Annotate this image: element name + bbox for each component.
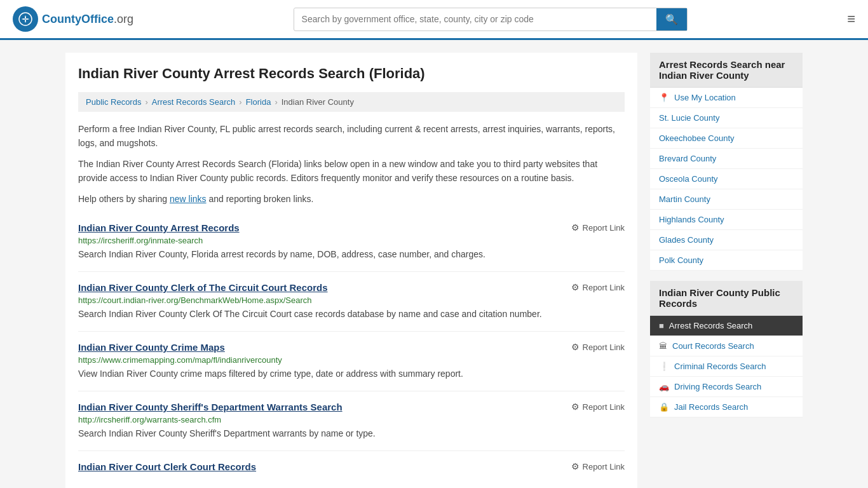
nearby-county-2[interactable]: Brevard County: [650, 149, 803, 169]
jail-records-icon: 🔒: [659, 402, 669, 412]
report-link-4[interactable]: ⚙ Report Link: [571, 402, 625, 412]
main-container: Indian River County Arrest Records Searc…: [53, 40, 815, 488]
report-icon-4: ⚙: [571, 402, 580, 412]
breadcrumb-current: Indian River County: [281, 97, 354, 107]
report-icon-3: ⚙: [571, 342, 580, 352]
nearby-box: Arrest Records Search near Indian River …: [650, 53, 803, 271]
record-title-2[interactable]: Indian River County Clerk of The Circuit…: [78, 282, 328, 293]
record-entry-5: Indian River Court Clerk Court Records ⚙…: [78, 451, 625, 485]
record-title-5[interactable]: Indian River Court Clerk Court Records: [78, 461, 256, 472]
record-url-3[interactable]: https://www.crimemapping.com/map/fl/indi…: [78, 355, 625, 365]
nearby-county-0[interactable]: St. Lucie County: [650, 108, 803, 128]
description-2: The Indian River County Arrest Records S…: [78, 157, 625, 186]
report-icon-5: ⚙: [571, 461, 580, 471]
header: CountyOffice.org 🔍 ≡: [0, 0, 868, 40]
record-title-1[interactable]: Indian River County Arrest Records: [78, 222, 240, 233]
use-my-location-item[interactable]: 📍 Use My Location: [650, 88, 803, 108]
nearby-county-5[interactable]: Highlands County: [650, 210, 803, 230]
search-bar: 🔍: [294, 8, 688, 31]
record-entry-1: Indian River County Arrest Records ⚙ Rep…: [78, 212, 625, 272]
arrest-records-icon: ■: [659, 321, 664, 330]
record-entry-4: Indian River County Sheriff's Department…: [78, 391, 625, 451]
breadcrumb: Public Records › Arrest Records Search ›…: [78, 92, 625, 112]
description-3: Help others by sharing new links and rep…: [78, 192, 625, 206]
record-title-4[interactable]: Indian River County Sheriff's Department…: [78, 402, 342, 412]
logo-text: CountyOffice.org: [42, 13, 133, 26]
record-url-2[interactable]: https://court.indian-river.org/Benchmark…: [78, 295, 625, 305]
record-url-4[interactable]: http://ircsheriff.org/warrants-search.cf…: [78, 415, 625, 424]
public-records-header: Indian River County Public Records: [650, 281, 803, 316]
driving-records-icon: 🚗: [659, 382, 669, 391]
search-button[interactable]: 🔍: [656, 8, 687, 30]
page-title: Indian River County Arrest Records Searc…: [78, 65, 625, 82]
report-link-5[interactable]: ⚙ Report Link: [571, 461, 625, 471]
nearby-header: Arrest Records Search near Indian River …: [650, 53, 803, 88]
record-entry-2: Indian River County Clerk of The Circuit…: [78, 272, 625, 332]
record-desc-4: Search Indian River County Sheriff's Dep…: [78, 427, 625, 440]
nearby-county-4[interactable]: Martin County: [650, 189, 803, 210]
breadcrumb-arrest-records-search[interactable]: Arrest Records Search: [152, 97, 236, 107]
use-my-location-link[interactable]: Use My Location: [674, 93, 736, 102]
criminal-records-icon: ❕: [659, 362, 669, 371]
public-records-box: Indian River County Public Records ■ Arr…: [650, 281, 803, 417]
record-url-1[interactable]: https://ircsheriff.org/inmate-search: [78, 236, 625, 245]
sidebar-jail-records[interactable]: 🔒 Jail Records Search: [650, 397, 803, 417]
record-entry-3: Indian River County Crime Maps ⚙ Report …: [78, 332, 625, 391]
record-desc-2: Search Indian River County Clerk Of The …: [78, 308, 625, 321]
court-records-icon: 🏛: [659, 341, 667, 351]
sidebar-court-records[interactable]: 🏛 Court Records Search: [650, 336, 803, 356]
nearby-county-3[interactable]: Osceola County: [650, 169, 803, 189]
report-link-3[interactable]: ⚙ Report Link: [571, 342, 625, 352]
content-area: Indian River County Arrest Records Searc…: [65, 53, 637, 488]
nearby-county-1[interactable]: Okeechobee County: [650, 128, 803, 149]
breadcrumb-florida[interactable]: Florida: [246, 97, 271, 107]
report-link-1[interactable]: ⚙ Report Link: [571, 222, 625, 233]
nearby-county-7[interactable]: Polk County: [650, 250, 803, 271]
logo[interactable]: CountyOffice.org: [13, 6, 133, 32]
search-input[interactable]: [294, 9, 656, 29]
sidebar-arrest-records[interactable]: ■ Arrest Records Search: [650, 316, 803, 336]
breadcrumb-public-records[interactable]: Public Records: [86, 97, 141, 107]
record-desc-1: Search Indian River County, Florida arre…: [78, 248, 625, 261]
record-title-3[interactable]: Indian River County Crime Maps: [78, 342, 225, 353]
record-desc-3: View Indian River County crime maps filt…: [78, 367, 625, 381]
new-links-link[interactable]: new links: [170, 194, 207, 204]
menu-button[interactable]: ≡: [847, 11, 855, 27]
report-icon-1: ⚙: [571, 222, 580, 233]
description-1: Perform a free Indian River County, FL p…: [78, 122, 625, 151]
logo-icon: [13, 6, 38, 32]
report-link-2[interactable]: ⚙ Report Link: [571, 282, 625, 292]
search-icon: 🔍: [665, 14, 678, 25]
sidebar-driving-records[interactable]: 🚗 Driving Records Search: [650, 377, 803, 397]
nearby-county-6[interactable]: Glades County: [650, 230, 803, 250]
location-pin-icon: 📍: [659, 93, 669, 102]
sidebar-criminal-records[interactable]: ❕ Criminal Records Search: [650, 356, 803, 377]
report-icon-2: ⚙: [571, 282, 580, 292]
sidebar: Arrest Records Search near Indian River …: [650, 53, 803, 488]
